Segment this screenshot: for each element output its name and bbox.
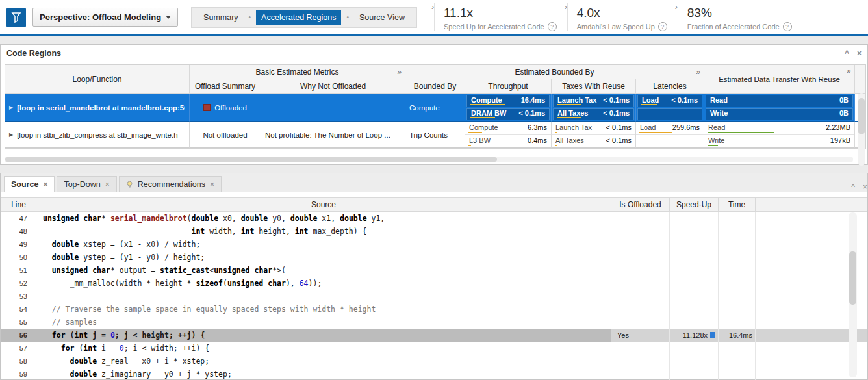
source-line-row[interactable]: 59 double z_imaginary = y0 + j * ystep;: [1, 368, 867, 380]
col-why-not-offloaded[interactable]: Why Not Offloaded: [261, 79, 405, 94]
tab-top-down[interactable]: Top-Down ×: [57, 176, 116, 192]
time-cell: [719, 316, 756, 329]
metric-label: All Taxes: [557, 109, 589, 117]
code-region-row[interactable]: ▶ [loop in stbi_zlib_compress at stb_ima…: [5, 122, 865, 148]
col-loop-function[interactable]: Loop/Function: [5, 65, 190, 94]
source-line-row[interactable]: 53: [1, 290, 867, 303]
col-speedup[interactable]: Speed-Up: [670, 197, 719, 212]
collapse-panel-icon[interactable]: ^: [845, 49, 849, 58]
metric-label: DRAM BW: [471, 109, 506, 117]
lightbulb-icon: [126, 181, 133, 189]
metric-bar: [708, 132, 774, 133]
close-tab-icon[interactable]: ×: [43, 180, 47, 189]
col-throughput[interactable]: Throughput: [465, 79, 552, 94]
metric-value: 16.4ms: [521, 96, 545, 104]
help-icon[interactable]: ?: [658, 22, 667, 31]
view-tab-accelerated-regions[interactable]: Accelerated Regions: [256, 10, 341, 25]
source-code: [36, 290, 611, 303]
code-regions-table: Loop/Function Basic Estimated Metrics» E…: [5, 64, 866, 149]
colgroup-estimated-bounded-by[interactable]: Estimated Bounded By»: [405, 65, 704, 79]
line-number: 47: [1, 212, 36, 225]
source-line-row[interactable]: 54 // Traverse the sample space in equal…: [1, 303, 867, 316]
view-tab-source-view[interactable]: Source View: [354, 10, 410, 25]
source-line-row[interactable]: 51 unsigned char* output = static_cast<u…: [1, 264, 867, 277]
bounded-by-cell: Trip Counts: [405, 122, 465, 148]
metric-cell: Load< 0.1ms: [637, 95, 702, 107]
col-latencies[interactable]: Latencies: [636, 79, 704, 94]
close-panel-icon[interactable]: ×: [857, 49, 862, 58]
metric-label: Fraction of Accelerated Code: [687, 23, 780, 31]
loop-function-cell[interactable]: ▶ [loop in stbi_zlib_compress at stb_ima…: [5, 122, 190, 148]
metric-cell: Launch Tax< 0.1ms: [553, 95, 634, 107]
metric-bar: [470, 104, 505, 105]
collapse-panel-icon[interactable]: ^: [851, 183, 855, 192]
expand-triangle-icon[interactable]: ▶: [9, 105, 13, 110]
source-table-header: Line Source Is Offloaded Speed-Up Time: [1, 197, 867, 212]
metric-label: Read: [710, 96, 728, 104]
source-code: _mm_malloc(width * height * sizeof(unsig…: [36, 277, 611, 290]
tab-recommendations[interactable]: Recommendations ×: [119, 176, 222, 192]
time-cell: [719, 355, 756, 368]
is-offloaded-cell: [611, 342, 670, 355]
collapse-chevron-icon[interactable]: ›: [431, 3, 434, 11]
tab-source[interactable]: Source ×: [4, 176, 55, 192]
source-line-row[interactable]: 57 for (int i = 0; i < width; ++i) {: [1, 342, 867, 355]
col-source[interactable]: Source: [36, 197, 611, 212]
source-line-row[interactable]: 56 for (int j = 0; j < height; ++j) {Yes…: [1, 329, 867, 342]
close-panel-icon[interactable]: ×: [863, 183, 867, 192]
col-offload-summary[interactable]: Offload Summary: [190, 79, 261, 94]
source-line-row[interactable]: 47unsigned char* serial_mandelbrot(doubl…: [1, 212, 867, 225]
code-regions-vertical-scrollbar[interactable]: [858, 93, 865, 166]
code-region-row[interactable]: ▶ [loop in serial_mandelbrot at mandelbr…: [5, 94, 865, 122]
metric-cell: Compute16.4ms: [466, 95, 550, 107]
collapse-chevron-icon[interactable]: ›: [565, 3, 567, 11]
perspective-dropdown[interactable]: Perspective: Offload Modeling: [32, 8, 178, 27]
code-regions-horizontal-scrollbar[interactable]: [5, 157, 853, 162]
source-line-row[interactable]: 52 _mm_malloc(width * height * sizeof(un…: [1, 277, 867, 290]
scrollbar-thumb[interactable]: [5, 157, 497, 162]
time-cell: [719, 264, 756, 277]
expand-columns-icon[interactable]: »: [847, 66, 851, 75]
close-tab-icon[interactable]: ×: [210, 180, 214, 189]
taxes-cell: Launch Tax< 0.1ms All Taxes< 0.1ms: [552, 122, 636, 148]
col-is-offloaded[interactable]: Is Offloaded: [611, 197, 670, 212]
speedup-cell: [670, 212, 719, 225]
scrollbar-thumb[interactable]: [849, 251, 856, 305]
throughput-cell: Compute16.4ms DRAM BW< 0.1ms: [465, 94, 552, 122]
colgroup-basic-estimated-metrics[interactable]: Basic Estimated Metrics»: [190, 65, 405, 79]
time-cell: [719, 342, 756, 355]
expand-columns-icon[interactable]: »: [696, 68, 700, 77]
col-line[interactable]: Line: [1, 197, 36, 212]
col-taxes-with-reuse[interactable]: Taxes With Reuse: [552, 79, 636, 94]
metric-fraction-accelerated: 83% Fraction of Accelerated Code?: [678, 0, 802, 34]
col-bounded-by[interactable]: Bounded By: [405, 79, 465, 94]
collapse-chevron-icon[interactable]: ›: [675, 3, 678, 11]
loop-function-cell[interactable]: ▶ [loop in serial_mandelbrot at mandelbr…: [5, 94, 190, 122]
latencies-cell: Load< 0.1ms: [636, 94, 704, 122]
is-offloaded-cell: [611, 238, 670, 251]
col-time[interactable]: Time: [719, 197, 756, 212]
metric-label: Speed Up for Accelerated Code: [444, 23, 544, 31]
source-line-row[interactable]: 49 double xstep = (x1 - x0) / width;: [1, 238, 867, 251]
speedup-cell: [670, 355, 719, 368]
scrollbar-thumb[interactable]: [858, 98, 865, 134]
view-tab-summary[interactable]: Summary: [198, 10, 243, 25]
help-icon[interactable]: ?: [783, 22, 792, 31]
expand-columns-icon[interactable]: »: [397, 68, 402, 77]
source-vertical-scrollbar[interactable]: [849, 212, 857, 377]
perspective-glyph-icon: [10, 11, 23, 24]
source-line-row[interactable]: 48 int width, int height, int max_depth)…: [1, 225, 867, 238]
help-icon[interactable]: ?: [548, 22, 557, 31]
metric-value: 2.23MB: [826, 123, 850, 131]
col-estimated-data-transfer[interactable]: Estimated Data Transfer With Reuse»: [704, 65, 855, 94]
source-line-row[interactable]: 55 // samples: [1, 316, 867, 329]
metric-label: Read: [708, 123, 725, 131]
time-cell: [719, 368, 756, 380]
source-line-row[interactable]: 50 double ystep = (y1 - y0) / height;: [1, 251, 867, 264]
top-toolbar: Perspective: Offload Modeling Summary • …: [0, 0, 868, 36]
close-tab-icon[interactable]: ×: [105, 180, 110, 189]
expand-triangle-icon[interactable]: ▶: [9, 132, 13, 138]
source-line-row[interactable]: 58 double z_real = x0 + i * xstep;: [1, 355, 867, 368]
metric-label: Launch Tax: [557, 96, 596, 104]
line-number: 53: [1, 290, 36, 303]
